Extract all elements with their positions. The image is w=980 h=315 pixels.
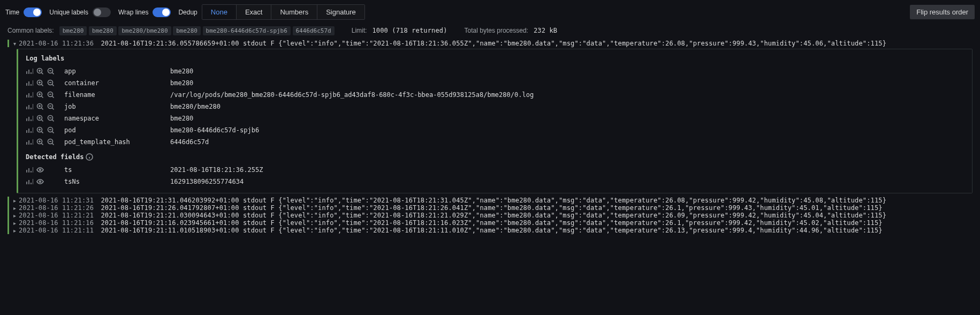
expand-icon[interactable]: ▸ xyxy=(12,219,17,226)
unique-labels-label: Unique labels xyxy=(49,9,88,16)
label-key: app xyxy=(64,68,166,75)
collapse-icon[interactable]: ▾ xyxy=(12,40,17,47)
filter-out-icon[interactable] xyxy=(47,115,55,122)
stats-icon[interactable] xyxy=(26,91,33,99)
label-value: bme280/bme280 xyxy=(170,103,221,110)
filter-out-icon[interactable] xyxy=(47,68,55,75)
log-level-marker xyxy=(7,40,9,47)
stats-icon[interactable] xyxy=(26,166,33,174)
dedup-option-exact[interactable]: Exact xyxy=(237,5,272,19)
common-labels-title: Common labels: xyxy=(7,27,54,34)
wrap-lines-label: Wrap lines xyxy=(118,9,148,16)
stats-icon[interactable] xyxy=(26,126,33,134)
show-field-icon[interactable] xyxy=(36,178,44,185)
label-row: jobbme280/bme280 xyxy=(26,101,964,112)
label-key: pod xyxy=(64,126,166,134)
limit-value: 1000 (718 returned) xyxy=(372,27,447,34)
common-label-chip[interactable]: 6446d6c57d xyxy=(293,26,335,35)
log-row[interactable]: ▸2021-08-16 11:21:21 2021-08-16T19:21:21… xyxy=(7,212,973,219)
log-message: 2021-08-16T19:21:26.041792807+01:00 stdo… xyxy=(101,204,883,212)
field-key: ts xyxy=(64,166,166,174)
filter-out-icon[interactable] xyxy=(47,126,55,134)
label-row: filename/var/log/pods/bme280_bme280-6446… xyxy=(26,89,964,101)
dedup-option-numbers[interactable]: Numbers xyxy=(271,5,317,19)
show-field-icon[interactable] xyxy=(36,166,44,174)
filter-out-icon[interactable] xyxy=(47,91,55,99)
dedup-option-signature[interactable]: Signature xyxy=(317,5,364,19)
filter-out-icon[interactable] xyxy=(47,103,55,110)
stats-icon[interactable] xyxy=(26,68,33,75)
log-message: 2021-08-16T19:21:21.030094643+01:00 stdo… xyxy=(101,212,887,219)
log-timestamp: 2021-08-16 11:21:11 xyxy=(19,227,94,234)
filter-for-icon[interactable] xyxy=(36,68,44,75)
field-key: tsNs xyxy=(64,178,166,185)
time-toggle[interactable] xyxy=(24,8,42,17)
filter-for-icon[interactable] xyxy=(36,79,44,87)
limit-label: Limit: xyxy=(352,27,367,34)
filter-for-icon[interactable] xyxy=(36,103,44,110)
expand-icon[interactable]: ▸ xyxy=(12,227,17,234)
log-row[interactable]: ▸2021-08-16 11:21:11 2021-08-16T19:21:11… xyxy=(7,227,973,234)
label-row: appbme280 xyxy=(26,65,964,77)
filter-for-icon[interactable] xyxy=(36,115,44,122)
wrap-lines-toggle[interactable] xyxy=(153,8,171,17)
filter-for-icon[interactable] xyxy=(36,91,44,99)
expand-icon[interactable]: ▸ xyxy=(12,212,17,219)
expand-icon[interactable]: ▸ xyxy=(12,204,17,211)
expand-icon[interactable]: ▸ xyxy=(12,197,17,204)
info-icon[interactable] xyxy=(86,153,93,161)
stats-icon[interactable] xyxy=(26,115,33,122)
filter-out-icon[interactable] xyxy=(47,138,55,146)
label-key: job xyxy=(64,103,166,110)
dedup-option-none[interactable]: None xyxy=(202,5,237,19)
common-label-chip[interactable]: bme280/bme280 xyxy=(118,26,171,35)
log-level-marker xyxy=(7,197,9,204)
filter-for-icon[interactable] xyxy=(36,138,44,146)
log-level-marker xyxy=(7,212,9,219)
filter-out-icon[interactable] xyxy=(47,79,55,87)
log-message: 2021-08-16T19:21:11.010518903+01:00 stdo… xyxy=(101,227,883,234)
detected-fields-title: Detected fields xyxy=(26,153,83,161)
common-label-chip[interactable]: bme280 xyxy=(59,26,87,35)
log-level-marker xyxy=(7,219,9,227)
dedup-label: Dedup xyxy=(178,9,197,16)
common-label-chip[interactable]: bme280 xyxy=(173,26,201,35)
log-row[interactable]: ▸2021-08-16 11:21:16 2021-08-16T19:21:16… xyxy=(7,219,973,227)
stats-icon[interactable] xyxy=(26,79,33,87)
label-key: namespace xyxy=(64,115,166,122)
unique-labels-toggle[interactable] xyxy=(93,8,111,17)
time-label: Time xyxy=(5,9,19,16)
label-row: containerbme280 xyxy=(26,77,964,89)
flip-results-button[interactable]: Flip results order xyxy=(910,5,975,19)
bytes-value: 232 kB xyxy=(534,27,557,34)
log-toolbar: Time Unique labels Wrap lines Dedup None… xyxy=(0,0,980,24)
log-level-marker xyxy=(7,204,9,212)
dedup-button-group: NoneExactNumbersSignature xyxy=(202,4,365,20)
filter-for-icon[interactable] xyxy=(36,126,44,134)
detected-field-row: ts2021-08-16T18:21:36.255Z xyxy=(26,164,964,176)
common-label-chip[interactable]: bme280 xyxy=(89,26,117,35)
label-value: bme280-6446d6c57d-spjb6 xyxy=(170,126,259,134)
log-message xyxy=(95,40,99,47)
label-row: namespacebme280 xyxy=(26,112,964,124)
label-row: pod_template_hash6446d6c57d xyxy=(26,136,964,148)
label-key: pod_template_hash xyxy=(64,138,166,146)
log-row[interactable]: ▸2021-08-16 11:21:26 2021-08-16T19:21:26… xyxy=(7,204,973,212)
stats-icon[interactable] xyxy=(26,103,33,110)
detected-field-row: tsNs1629138096255774634 xyxy=(26,176,964,188)
meta-row: Common labels: bme280 bme280 bme280/bme2… xyxy=(0,24,980,40)
log-timestamp: 2021-08-16 11:21:31 xyxy=(19,197,94,204)
log-row[interactable]: ▸2021-08-16 11:21:31 2021-08-16T19:21:31… xyxy=(7,197,973,204)
log-list: ▾ 2021-08-16 11:21:36 2021-08-16T19:21:3… xyxy=(0,40,980,239)
label-value: bme280 xyxy=(170,79,193,87)
log-level-marker xyxy=(7,227,9,234)
log-row-expanded[interactable]: ▾ 2021-08-16 11:21:36 2021-08-16T19:21:3… xyxy=(7,40,973,47)
label-value: /var/log/pods/bme280_bme280-6446d6c57d-s… xyxy=(170,91,534,99)
common-label-chip[interactable]: bme280-6446d6c57d-spjb6 xyxy=(203,26,291,35)
stats-icon[interactable] xyxy=(26,138,33,146)
stats-icon[interactable] xyxy=(26,178,33,185)
log-message-text: 2021-08-16T19:21:36.055786659+01:00 stdo… xyxy=(101,40,887,47)
field-value: 1629138096255774634 xyxy=(170,178,244,185)
log-details-panel: Log labels appbme280containerbme280filen… xyxy=(17,49,973,193)
label-key: filename xyxy=(64,91,166,99)
